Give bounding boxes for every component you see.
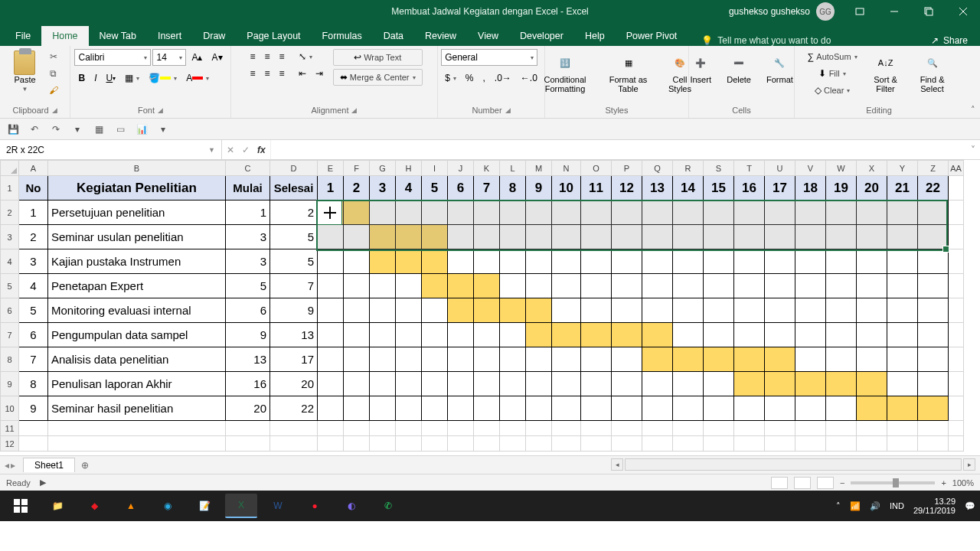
insert-cells-button[interactable]: ➕Insert bbox=[684, 49, 717, 87]
share-button[interactable]: ↗ Share bbox=[919, 35, 980, 46]
column-header[interactable]: C bbox=[226, 161, 270, 176]
fill-color-button[interactable]: 🪣 bbox=[145, 70, 181, 86]
cell[interactable] bbox=[370, 201, 396, 225]
cell[interactable]: 10 bbox=[552, 176, 581, 201]
cell[interactable] bbox=[642, 201, 673, 225]
cell[interactable] bbox=[581, 421, 612, 436]
cell[interactable] bbox=[526, 396, 552, 421]
cell[interactable] bbox=[887, 347, 918, 372]
cell[interactable] bbox=[949, 274, 964, 298]
cell[interactable] bbox=[765, 249, 795, 274]
cell[interactable] bbox=[500, 201, 526, 225]
tab-file[interactable]: File bbox=[5, 26, 41, 46]
cell[interactable] bbox=[918, 249, 949, 274]
cell[interactable] bbox=[612, 201, 642, 225]
column-header[interactable]: Z bbox=[918, 161, 949, 176]
cell[interactable] bbox=[734, 436, 765, 452]
cell[interactable] bbox=[526, 421, 552, 436]
cell[interactable] bbox=[581, 249, 612, 274]
cell[interactable] bbox=[734, 274, 765, 298]
cell[interactable]: 6 bbox=[19, 323, 48, 347]
cell[interactable] bbox=[318, 421, 344, 436]
underline-button[interactable]: U▾ bbox=[103, 70, 120, 86]
cell[interactable] bbox=[857, 225, 887, 249]
cell[interactable]: 1 bbox=[19, 201, 48, 225]
page-layout-view-button[interactable] bbox=[794, 477, 811, 489]
cell[interactable] bbox=[581, 274, 612, 298]
cell[interactable] bbox=[949, 225, 964, 249]
orientation-button[interactable]: ⤡ bbox=[295, 49, 316, 64]
align-top-button[interactable]: ≡ bbox=[246, 49, 259, 64]
cell[interactable] bbox=[344, 274, 370, 298]
cell[interactable] bbox=[765, 201, 795, 225]
cell[interactable] bbox=[344, 298, 370, 323]
align-center-button[interactable]: ≡ bbox=[260, 66, 273, 81]
cell[interactable] bbox=[857, 396, 887, 421]
cell[interactable]: 20 bbox=[226, 396, 270, 421]
column-header[interactable]: L bbox=[500, 161, 526, 176]
decrease-indent-button[interactable]: ⇤ bbox=[295, 66, 310, 81]
cell[interactable] bbox=[734, 298, 765, 323]
taskbar-opera[interactable]: ● bbox=[299, 494, 331, 518]
cell[interactable] bbox=[918, 298, 949, 323]
cell[interactable] bbox=[704, 249, 734, 274]
cell[interactable] bbox=[642, 249, 673, 274]
zoom-in-button[interactable]: + bbox=[941, 478, 946, 487]
cell[interactable]: 7 bbox=[474, 176, 500, 201]
cell[interactable] bbox=[422, 249, 448, 274]
cell[interactable] bbox=[857, 372, 887, 396]
column-header[interactable]: X bbox=[857, 161, 887, 176]
cell[interactable]: 2 bbox=[19, 225, 48, 249]
taskbar-app-blue[interactable]: ◉ bbox=[152, 494, 184, 518]
cell[interactable] bbox=[949, 249, 964, 274]
normal-view-button[interactable] bbox=[771, 477, 788, 489]
maximize-icon[interactable] bbox=[911, 0, 946, 23]
cell[interactable] bbox=[19, 421, 48, 436]
bold-button[interactable]: B bbox=[74, 70, 89, 86]
cell[interactable]: Kegiatan Penelitian bbox=[48, 176, 226, 201]
cell[interactable] bbox=[344, 436, 370, 452]
cell[interactable]: 5 bbox=[422, 176, 448, 201]
cell[interactable] bbox=[474, 274, 500, 298]
cell[interactable]: 5 bbox=[19, 298, 48, 323]
taskbar-word[interactable]: W bbox=[262, 494, 294, 518]
accounting-format-button[interactable]: $ bbox=[441, 70, 460, 86]
zoom-slider[interactable] bbox=[851, 481, 935, 484]
column-header[interactable]: E bbox=[318, 161, 344, 176]
cell[interactable] bbox=[396, 436, 422, 452]
dialog-launcher-icon[interactable]: ◢ bbox=[52, 106, 57, 114]
cell[interactable] bbox=[826, 274, 857, 298]
cell[interactable]: 1 bbox=[226, 201, 270, 225]
cell[interactable] bbox=[396, 421, 422, 436]
dialog-launcher-icon[interactable]: ◢ bbox=[351, 106, 357, 114]
cell[interactable]: 2 bbox=[270, 201, 318, 225]
cell[interactable] bbox=[422, 225, 448, 249]
cell[interactable] bbox=[422, 347, 448, 372]
cell[interactable] bbox=[448, 347, 474, 372]
cell[interactable] bbox=[734, 201, 765, 225]
percent-button[interactable]: % bbox=[462, 70, 478, 86]
row-header[interactable]: 10 bbox=[1, 396, 19, 421]
cell[interactable] bbox=[826, 201, 857, 225]
new-sheet-button[interactable]: ⊕ bbox=[81, 460, 89, 471]
italic-button[interactable]: I bbox=[90, 70, 100, 86]
tab-insert[interactable]: Insert bbox=[147, 26, 192, 46]
cell[interactable] bbox=[396, 274, 422, 298]
cell[interactable] bbox=[474, 396, 500, 421]
cell[interactable] bbox=[795, 225, 826, 249]
cell[interactable] bbox=[857, 201, 887, 225]
cell[interactable] bbox=[765, 436, 795, 452]
cell[interactable] bbox=[734, 225, 765, 249]
cell[interactable]: 4 bbox=[19, 274, 48, 298]
cell[interactable] bbox=[526, 347, 552, 372]
column-header[interactable]: AA bbox=[949, 161, 964, 176]
cell[interactable] bbox=[795, 347, 826, 372]
cell[interactable] bbox=[318, 249, 344, 274]
cell[interactable] bbox=[795, 274, 826, 298]
cell[interactable] bbox=[396, 298, 422, 323]
cell[interactable] bbox=[734, 372, 765, 396]
cell[interactable]: 6 bbox=[226, 298, 270, 323]
cell[interactable] bbox=[474, 421, 500, 436]
cell[interactable] bbox=[581, 298, 612, 323]
cell[interactable] bbox=[396, 323, 422, 347]
